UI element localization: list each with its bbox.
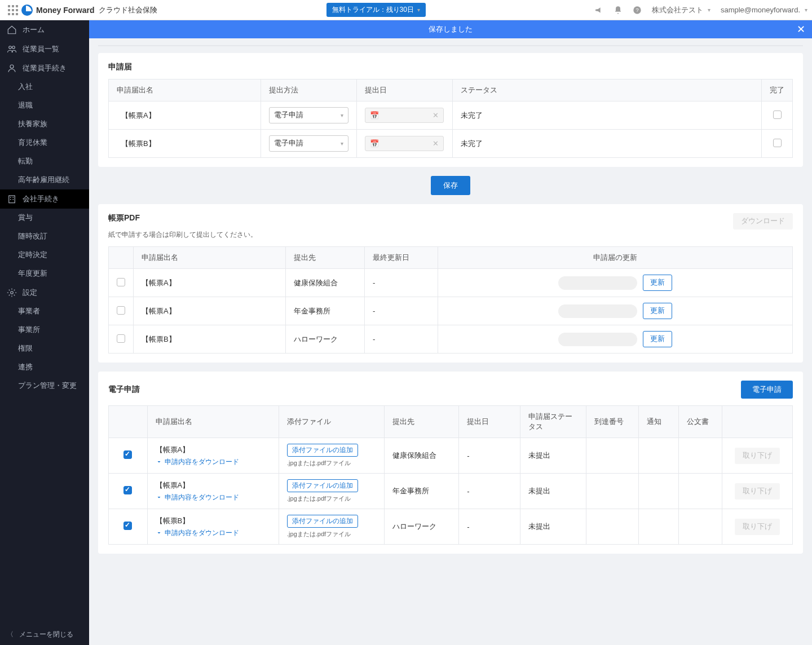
notification-text: 保存しました xyxy=(429,24,473,34)
row-checkbox[interactable] xyxy=(123,522,132,530)
eapply-table: 申請届出名 添付ファイル 提出先 提出日 申請届ステータス 到達番号 通知 公文… xyxy=(108,405,793,545)
th-status: ステータス xyxy=(453,79,762,101)
row-checkbox[interactable] xyxy=(123,486,132,494)
cancel-button: 取り下げ xyxy=(735,519,780,535)
download-button: ダウンロード xyxy=(733,213,793,229)
sidebar-sub-jigyousho[interactable]: 事業所 xyxy=(0,321,89,339)
sidebar-sub-ikuji[interactable]: 育児休業 xyxy=(0,134,89,152)
megaphone-icon[interactable] xyxy=(594,6,603,15)
cell-date: - xyxy=(365,297,438,325)
download-link[interactable]: 申請内容をダウンロード xyxy=(156,457,271,467)
card-title: 申請届 xyxy=(108,62,793,72)
th-doc: 公文書 xyxy=(678,406,722,438)
sidebar-sub-plan[interactable]: プラン管理・変更 xyxy=(0,377,89,395)
attach-button[interactable]: 添付ファイルの追加 xyxy=(287,479,358,492)
logo-mark-icon xyxy=(21,5,33,16)
cell-reach xyxy=(586,438,639,474)
eapply-button[interactable]: 電子申請 xyxy=(741,381,793,399)
table-row: 【帳票A】 申請内容をダウンロード 添付ファイルの追加 .jpgまたは.pdfフ… xyxy=(109,438,793,474)
sidebar-sub-tenkin[interactable]: 転勤 xyxy=(0,152,89,171)
date-input[interactable]: 📅✕ xyxy=(365,136,444,151)
sidebar-label: 従業員一覧 xyxy=(23,44,59,54)
sidebar-item-settings[interactable]: 設定 xyxy=(0,283,89,302)
sidebar-sub-nyusha[interactable]: 入社 xyxy=(0,78,89,96)
update-button[interactable]: 更新 xyxy=(643,303,672,319)
date-input[interactable]: 📅✕ xyxy=(365,108,444,123)
application-table: 申請届出名 提出方法 提出日 ステータス 完了 【帳票A】 電子申請▾ 📅✕ 未… xyxy=(108,79,793,158)
progress-pill xyxy=(558,333,637,346)
svg-rect-8 xyxy=(10,199,11,200)
method-select[interactable]: 電子申請▾ xyxy=(269,107,348,123)
sidebar-sub-nendo[interactable]: 年度更新 xyxy=(0,264,89,283)
sidebar-sub-kengen[interactable]: 権限 xyxy=(0,339,89,358)
main-content: 申請届 申請届出名 提出方法 提出日 ステータス 完了 【帳票A】 電子申請▾ … xyxy=(89,38,812,576)
complete-checkbox[interactable] xyxy=(773,111,782,119)
update-button[interactable]: 更新 xyxy=(643,331,672,347)
sidebar-sub-jigyousha[interactable]: 事業者 xyxy=(0,302,89,321)
th-action xyxy=(722,406,793,438)
th-dest: 提出先 xyxy=(384,406,458,438)
sidebar-label: 設定 xyxy=(23,288,37,298)
cell-date: - xyxy=(459,509,520,545)
save-button[interactable]: 保存 xyxy=(431,176,470,195)
svg-point-10 xyxy=(11,291,14,294)
file-hint: .jpgまたは.pdfファイル xyxy=(287,494,376,503)
download-link[interactable]: 申請内容をダウンロード xyxy=(156,528,271,538)
th-dest: 提出先 xyxy=(286,247,365,269)
complete-checkbox[interactable] xyxy=(773,139,782,147)
row-checkbox[interactable] xyxy=(117,278,125,286)
apps-grid-icon[interactable] xyxy=(5,5,15,15)
bell-icon[interactable] xyxy=(614,6,623,15)
logo-text: Money Forward xyxy=(36,6,94,15)
cell-name: 【帳票A】 xyxy=(134,297,286,325)
people-icon xyxy=(7,44,17,54)
method-select[interactable]: 電子申請▾ xyxy=(269,135,348,152)
attach-button[interactable]: 添付ファイルの追加 xyxy=(287,444,358,457)
sidebar-item-emp-proc[interactable]: 従業員手続き xyxy=(0,59,89,78)
table-row: 【帳票A】 電子申請▾ 📅✕ 未完了 xyxy=(109,101,793,130)
row-checkbox[interactable] xyxy=(123,450,132,459)
pdf-table: 申請届出名 提出先 最終更新日 申請届の更新 【帳票A】 健康保険組合 - 更新… xyxy=(108,246,793,354)
cell-name: 【帳票A】 xyxy=(109,101,261,130)
cell-date: - xyxy=(459,474,520,509)
cell-attach: 添付ファイルの追加 .jpgまたは.pdfファイル xyxy=(279,474,385,509)
row-checkbox[interactable] xyxy=(117,306,125,315)
svg-rect-7 xyxy=(13,197,14,198)
company-selector[interactable]: 株式会社テスト ▾ xyxy=(652,5,710,15)
trial-button[interactable]: 無料トライアル：残り30日 ▾ xyxy=(326,3,426,17)
cell-dest: 年金事務所 xyxy=(384,474,458,509)
sidebar-item-employees[interactable]: 従業員一覧 xyxy=(0,39,89,59)
sidebar-sub-fuyou[interactable]: 扶養家族 xyxy=(0,115,89,134)
cell-date: - xyxy=(365,325,438,354)
product-logo[interactable]: Money Forward クラウド社会保険 xyxy=(21,5,157,16)
download-link[interactable]: 申請内容をダウンロード xyxy=(156,493,271,502)
sidebar-item-company-proc[interactable]: 会社手続き xyxy=(0,189,89,209)
th-check xyxy=(109,406,148,438)
sidebar-sub-taishoku[interactable]: 退職 xyxy=(0,96,89,115)
cell-name: 【帳票B】 xyxy=(109,130,261,158)
close-icon[interactable]: ✕ xyxy=(797,23,805,36)
progress-pill xyxy=(558,304,637,318)
th-date: 提出日 xyxy=(459,406,520,438)
cell-name: 【帳票A】 申請内容をダウンロード xyxy=(147,474,279,509)
attach-button[interactable]: 添付ファイルの追加 xyxy=(287,515,358,528)
home-icon xyxy=(7,25,17,35)
sidebar-sub-kounen[interactable]: 高年齢雇用継続 xyxy=(0,171,89,189)
cancel-button: 取り下げ xyxy=(735,448,780,464)
cell-name: 【帳票A】 申請内容をダウンロード xyxy=(147,438,279,474)
file-hint: .jpgまたは.pdfファイル xyxy=(287,459,376,467)
update-button[interactable]: 更新 xyxy=(643,275,672,291)
sidebar-sub-teiji[interactable]: 定時決定 xyxy=(0,246,89,264)
chevron-down-icon: ▾ xyxy=(805,7,807,13)
sidebar-sub-zuiji[interactable]: 随時改訂 xyxy=(0,227,89,246)
sidebar-sub-renkei[interactable]: 連携 xyxy=(0,358,89,377)
cell-notice xyxy=(639,438,678,474)
row-checkbox[interactable] xyxy=(117,334,125,343)
help-icon[interactable]: ? xyxy=(633,6,642,15)
sidebar-item-home[interactable]: ホーム xyxy=(0,20,89,39)
chevron-down-icon: ▾ xyxy=(341,140,343,147)
cell-date: - xyxy=(365,269,438,297)
th-notice: 通知 xyxy=(639,406,678,438)
sidebar-sub-shouyo[interactable]: 賞与 xyxy=(0,209,89,227)
user-selector[interactable]: sample@moneyforward. ▾ xyxy=(721,6,807,14)
